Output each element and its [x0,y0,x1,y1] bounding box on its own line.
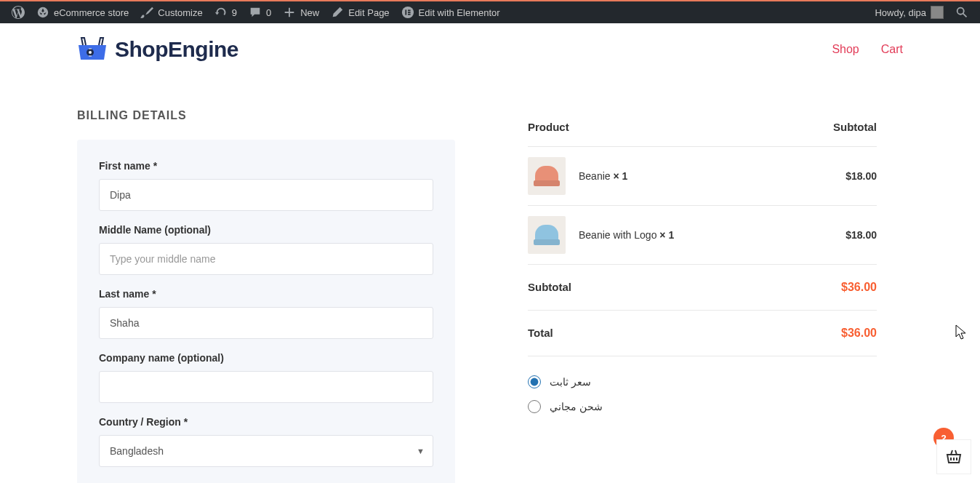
product-name: Beanie [579,170,611,182]
admin-site-label: eCommerce store [54,7,129,18]
shipping-free[interactable]: شحن مجاني [528,394,877,419]
svg-rect-2 [408,9,411,11]
avatar [931,6,944,19]
subtotal-line: Subtotal $36.00 [528,264,877,310]
company-label: Company name (optional) [99,352,433,364]
total-label: Total [528,327,553,340]
billing-title: BILLING DETAILS [77,109,455,122]
elementor-icon [401,6,414,19]
total-line: Total $36.00 [528,310,877,356]
admin-updates-count: 9 [232,7,237,18]
product-price: $18.00 [846,170,877,182]
admin-edit-page[interactable]: Edit Page [325,1,395,24]
company-input[interactable] [99,371,433,403]
order-item: Beanie × 1 $18.00 [528,146,877,205]
admin-elementor-label: Edit with Elementor [419,7,500,18]
cart-button[interactable] [936,439,971,474]
comment-icon [249,6,262,19]
order-summary: Product Subtotal Beanie × 1 $18.00 Beani… [528,76,877,419]
admin-updates[interactable]: 9 [209,1,243,24]
logo-icon [77,36,108,63]
admin-customize[interactable]: Customize [134,1,208,24]
site-header: ShopEngine Shop Cart [0,23,980,76]
shipping-free-radio[interactable] [528,400,541,413]
svg-point-6 [89,51,92,54]
last-name-input[interactable] [99,307,433,339]
total-amount: $36.00 [841,327,877,340]
shipping-free-label: شحن مجاني [550,401,603,412]
admin-howdy: Howdy, dipa [875,7,926,18]
admin-comments[interactable]: 0 [243,1,277,24]
product-name: Beanie with Logo [579,229,656,241]
subtotal-label: Subtotal [528,281,571,294]
admin-new[interactable]: New [277,1,325,24]
product-thumb [528,157,566,195]
refresh-icon [214,6,228,19]
admin-edit-label: Edit Page [348,7,389,18]
admin-customize-label: Customize [158,7,202,18]
shipping-flat-label: سعر ثابت [550,376,591,388]
country-select[interactable]: Bangladesh [99,435,433,467]
nav-cart[interactable]: Cart [881,43,903,56]
dashboard-icon [36,6,49,19]
admin-new-label: New [300,7,319,18]
basket-icon [945,448,963,466]
shipping-flat-radio[interactable] [528,375,541,388]
first-name-label: First name * [99,160,433,172]
first-name-input[interactable] [99,179,433,211]
product-thumb [528,216,566,254]
wp-logo[interactable] [6,1,31,24]
billing-form: First name * Middle Name (optional) Last… [77,140,455,483]
shipping-options: سعر ثابت شحن مجاني [528,356,877,419]
beanie-icon [535,166,558,186]
site-logo[interactable]: ShopEngine [77,36,238,63]
admin-comments-count: 0 [266,7,271,18]
svg-rect-1 [405,9,406,15]
svg-rect-3 [408,12,411,13]
admin-account[interactable]: Howdy, dipa [869,1,949,24]
product-qty: × 1 [659,229,674,241]
brush-icon [140,6,153,19]
product-header: Product [528,121,569,133]
last-name-label: Last name * [99,288,433,300]
brand-name: ShopEngine [115,37,238,62]
subtotal-amount: $36.00 [841,281,877,294]
subtotal-header: Subtotal [833,121,877,133]
order-item: Beanie with Logo × 1 $18.00 [528,205,877,264]
main-nav: Shop Cart [832,43,903,56]
country-label: Country / Region * [99,416,433,428]
checkout-content: BILLING DETAILS First name * Middle Name… [0,76,980,483]
admin-site-name[interactable]: eCommerce store [31,1,134,24]
product-qty: × 1 [613,170,627,182]
nav-shop[interactable]: Shop [832,43,859,56]
wordpress-icon [12,6,25,19]
middle-name-input[interactable] [99,243,433,275]
svg-rect-4 [408,14,411,15]
shipping-flat[interactable]: سعر ثابت [528,370,877,394]
admin-elementor[interactable]: Edit with Elementor [395,1,506,24]
product-price: $18.00 [846,229,877,241]
admin-search[interactable] [949,1,974,24]
middle-name-label: Middle Name (optional) [99,224,433,236]
pencil-icon [331,6,344,19]
search-icon [955,6,968,19]
beanie-icon [535,225,558,245]
plus-icon [283,6,296,19]
wp-admin-bar: eCommerce store Customize 9 0 New Edit P… [0,0,980,23]
